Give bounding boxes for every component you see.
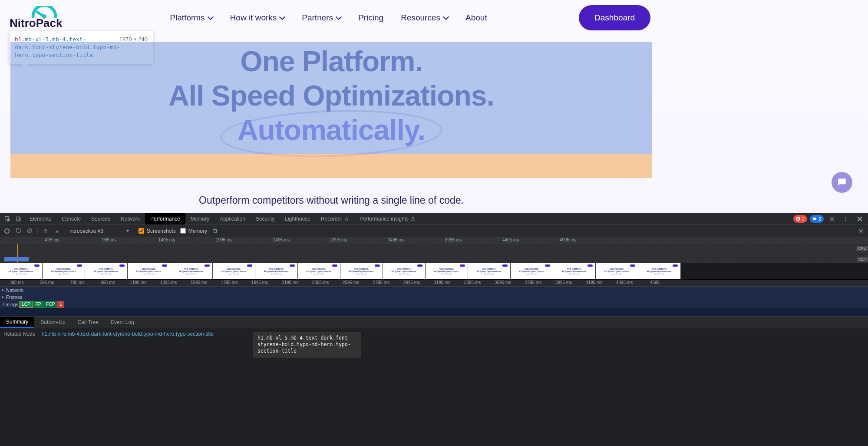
tick: 995 ms bbox=[101, 280, 115, 285]
tick: 3395 ms bbox=[464, 280, 481, 285]
detail-ruler[interactable]: 395 ms595 ms795 ms995 ms1195 ms1395 ms15… bbox=[0, 280, 663, 287]
screenshots-checkbox[interactable]: Screenshots bbox=[139, 228, 176, 234]
tick: 2195 ms bbox=[282, 280, 298, 285]
tick: 3995 ms bbox=[445, 238, 462, 242]
nav-about[interactable]: About bbox=[465, 13, 487, 23]
performance-toolbar: Screenshots Memory bbox=[0, 225, 663, 237]
lcp-marker[interactable]: LCP bbox=[19, 301, 33, 308]
details-tab-event-log[interactable]: Event Log bbox=[105, 317, 140, 328]
main-nav: PlatformsHow it worksPartnersPricingReso… bbox=[170, 13, 487, 23]
related-node-link[interactable]: h1.mb-xl-5.mb-4.text-dark.font-styrene-b… bbox=[42, 331, 214, 337]
lcp-overlay-content bbox=[10, 42, 652, 154]
tick: 1995 ms bbox=[251, 280, 268, 285]
filmstrip-frame[interactable]: One Platform.All Speed Optimizations.Aut… bbox=[85, 263, 128, 279]
svg-line-1 bbox=[37, 12, 44, 17]
hero-subtitle: Outperform competitors without writing a… bbox=[0, 195, 663, 206]
upload-icon[interactable] bbox=[42, 228, 49, 235]
tab-security[interactable]: Security bbox=[251, 213, 280, 225]
reload-icon[interactable] bbox=[15, 228, 22, 235]
nav-pricing[interactable]: Pricing bbox=[358, 13, 383, 23]
hero: One Platform. All Speed Optimizations. A… bbox=[10, 42, 652, 189]
memory-checkbox[interactable]: Memory bbox=[180, 228, 207, 234]
device-toolbar-icon[interactable] bbox=[13, 213, 24, 225]
chevron-down-icon bbox=[279, 14, 285, 20]
fp-marker[interactable]: FP bbox=[33, 301, 44, 308]
tab-performance[interactable]: Performance bbox=[145, 213, 185, 225]
timeline-area[interactable]: 495 ms995 ms1495 ms1995 ms2495 ms2995 ms… bbox=[0, 237, 663, 316]
tab-performance-insights[interactable]: Performance insights bbox=[354, 213, 421, 225]
inspect-element-icon[interactable] bbox=[2, 213, 13, 225]
recording-selector[interactable] bbox=[69, 228, 122, 234]
tick: 1795 ms bbox=[221, 280, 238, 285]
tab-memory[interactable]: Memory bbox=[185, 213, 215, 225]
nav-how-it-works[interactable]: How it works bbox=[230, 13, 285, 23]
filmstrip-frame[interactable]: One Platform.All Speed Optimizations.Aut… bbox=[511, 263, 553, 279]
nav-partners[interactable]: Partners bbox=[302, 13, 341, 23]
details-tab-summary[interactable]: Summary bbox=[0, 317, 34, 328]
tick: 3495 ms bbox=[388, 238, 404, 242]
chevron-down-icon[interactable] bbox=[126, 230, 129, 232]
tick: 2495 ms bbox=[273, 238, 290, 242]
filmstrip-frame[interactable]: One Platform.All Speed Optimizations.Aut… bbox=[43, 263, 85, 279]
clear-icon[interactable] bbox=[26, 228, 33, 235]
chevron-down-icon bbox=[208, 14, 214, 20]
tracks[interactable]: ▸Network ▸Frames Timings LCP FP FCP L bbox=[0, 287, 663, 316]
tick: 3795 ms bbox=[525, 280, 541, 285]
filmstrip-frame[interactable]: One Platform.All Speed Optimizations.Aut… bbox=[383, 263, 426, 279]
tick: 2395 ms bbox=[312, 280, 329, 285]
filmstrip-frame[interactable]: One Platform.All Speed Optimizations.Aut… bbox=[128, 263, 170, 279]
tab-recorder[interactable]: Recorder bbox=[316, 213, 354, 225]
tab-elements[interactable]: Elements bbox=[24, 213, 56, 225]
filmstrip-frame[interactable]: One Platform.All Speed Optimizations.Aut… bbox=[213, 263, 255, 279]
overview-ruler[interactable]: 495 ms995 ms1495 ms1995 ms2495 ms2995 ms… bbox=[0, 237, 663, 244]
filmstrip-frame[interactable]: One Platform.All Speed Optimizations.Aut… bbox=[553, 263, 596, 279]
fcp-marker[interactable]: FCP bbox=[43, 301, 57, 308]
tab-lighthouse[interactable]: Lighthouse bbox=[280, 213, 316, 225]
filmstrip-frame[interactable]: One Platform.All Speed Optimizations.Aut… bbox=[468, 263, 511, 279]
tick: 2995 ms bbox=[330, 238, 347, 242]
tick: 2795 ms bbox=[373, 280, 389, 285]
details-tab-call-tree[interactable]: Call Tree bbox=[72, 317, 105, 328]
filmstrip[interactable]: One Platform.All Speed Optimizations.Aut… bbox=[0, 263, 663, 280]
nav-resources[interactable]: Resources bbox=[401, 13, 448, 23]
tick: 995 ms bbox=[102, 238, 117, 242]
filmstrip-frame[interactable]: One Platform.All Speed Optimizations.Aut… bbox=[340, 263, 383, 279]
filmstrip-frame[interactable]: One Platform.All Speed Optimizations.Aut… bbox=[170, 263, 213, 279]
lcp-overlay-margin bbox=[10, 154, 652, 178]
devtools: ElementsConsoleSourcesNetworkPerformance… bbox=[0, 213, 663, 340]
filmstrip-frame[interactable]: One Platform.All Speed Optimizations.Aut… bbox=[426, 263, 468, 279]
timeline-overview[interactable]: CPU NET bbox=[0, 244, 663, 263]
nav-platforms[interactable]: Platforms bbox=[170, 13, 212, 23]
filmstrip-frame[interactable]: One Platform.All Speed Optimizations.Aut… bbox=[638, 263, 663, 279]
brand-logo[interactable]: NitroPack bbox=[10, 5, 78, 30]
tab-console[interactable]: Console bbox=[56, 213, 86, 225]
devtools-tabs: ElementsConsoleSourcesNetworkPerformance… bbox=[0, 213, 663, 225]
download-icon[interactable] bbox=[53, 228, 60, 235]
tab-network[interactable]: Network bbox=[116, 213, 145, 225]
tick: 595 ms bbox=[40, 280, 54, 285]
tick: 1395 ms bbox=[160, 280, 177, 285]
load-marker[interactable]: L bbox=[57, 301, 64, 308]
tick: 1995 ms bbox=[216, 238, 232, 242]
dashboard-button[interactable]: Dashboard bbox=[579, 5, 650, 30]
filmstrip-frame[interactable]: One Platform.All Speed Optimizations.Aut… bbox=[298, 263, 340, 279]
tick: 4395 ms bbox=[616, 280, 633, 285]
tick: 4195 ms bbox=[586, 280, 602, 285]
tick: 495 ms bbox=[45, 238, 59, 242]
filmstrip-frame[interactable]: One Platform.All Speed Optimizations.Aut… bbox=[0, 263, 43, 279]
tick: 3595 ms bbox=[495, 280, 511, 285]
tick: 4995 ms bbox=[560, 238, 576, 242]
frames-track[interactable]: ▸Frames bbox=[0, 294, 663, 301]
record-icon[interactable] bbox=[3, 228, 10, 235]
filmstrip-frame[interactable]: One Platform.All Speed Optimizations.Aut… bbox=[596, 263, 638, 279]
network-track[interactable]: ▸Network bbox=[0, 287, 663, 294]
details-tab-bottom-up[interactable]: Bottom-Up bbox=[34, 317, 71, 328]
tick: 795 ms bbox=[70, 280, 85, 285]
tab-application[interactable]: Application bbox=[215, 213, 251, 225]
tick: 2595 ms bbox=[343, 280, 359, 285]
tick: 1495 ms bbox=[158, 238, 175, 242]
timings-track[interactable]: Timings LCP FP FCP L bbox=[0, 301, 663, 308]
filmstrip-frame[interactable]: One Platform.All Speed Optimizations.Aut… bbox=[255, 263, 298, 279]
trash-icon[interactable] bbox=[211, 228, 218, 235]
tab-sources[interactable]: Sources bbox=[86, 213, 116, 225]
